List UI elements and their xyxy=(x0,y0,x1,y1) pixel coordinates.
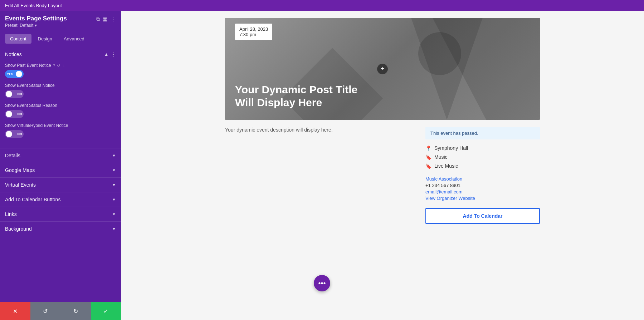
venue-item: 📍 Symphony Hall xyxy=(425,145,540,151)
columns-icon[interactable]: ▦ xyxy=(103,16,107,22)
background-chevron: ▼ xyxy=(112,227,116,231)
event-body: Your dynamic event description will disp… xyxy=(225,127,540,224)
sidebar-tabs: Content Design Advanced xyxy=(0,34,121,44)
notices-more-icon[interactable]: ⋮ xyxy=(111,51,116,57)
fab-icon: ••• xyxy=(318,279,326,287)
notices-title: Notices xyxy=(5,51,22,57)
organizer-website[interactable]: View Organizer Website xyxy=(425,196,540,201)
sidebar-header: Events Page Settings ⧉ ▦ ⋮ Preset: Defau… xyxy=(0,11,121,31)
add-to-calendar-chevron: ▼ xyxy=(112,197,116,202)
notices-section-header[interactable]: Notices ▲ ⋮ xyxy=(0,49,121,60)
add-section-button[interactable]: + xyxy=(377,63,388,75)
past-notice-label: Show Past Event Notice ? ↺ ⋮ xyxy=(5,63,116,68)
virtual-events-chevron: ▼ xyxy=(112,183,116,187)
event-title: Your Dynamic Post Title Will Display Her… xyxy=(235,83,378,109)
undo-button[interactable]: ↺ xyxy=(30,302,61,320)
google-maps-section[interactable]: Google Maps ▼ xyxy=(0,163,121,177)
links-chevron: ▼ xyxy=(112,212,116,216)
save-button[interactable]: ✓ xyxy=(91,302,121,320)
organizer-phone: +1 234 567 8901 xyxy=(425,183,540,188)
virtual-notice-label: Show Virtual/Hybrid Event Notice xyxy=(5,123,116,128)
meta-list: 📍 Symphony Hall 🔖 Music 🔖 Live Music xyxy=(425,145,540,169)
event-description: Your dynamic event description will disp… xyxy=(225,127,415,224)
status-notice-toggle[interactable]: NO xyxy=(5,90,24,98)
details-title: Details xyxy=(5,153,20,158)
bottom-toolbar: ✕ ↺ ↻ ✓ xyxy=(0,302,121,320)
past-notice-toggle-row: YES xyxy=(5,70,116,78)
top-bar-title: Edit All Events Body Layout xyxy=(5,3,62,8)
google-maps-title: Google Maps xyxy=(5,167,35,173)
fab-button[interactable]: ••• xyxy=(314,275,330,291)
status-notice-toggle-row: NO xyxy=(5,90,116,98)
category-live-music-item: 🔖 Live Music xyxy=(425,163,540,169)
top-bar: Edit All Events Body Layout xyxy=(0,0,644,11)
past-notice-help-icon[interactable]: ? xyxy=(53,63,55,68)
category-icon-2: 🔖 xyxy=(425,163,431,169)
main-layout: Events Page Settings ⧉ ▦ ⋮ Preset: Defau… xyxy=(0,11,644,320)
venue-name: Symphony Hall xyxy=(434,145,468,151)
tab-advanced[interactable]: Advanced xyxy=(59,34,89,44)
past-notice-more-icon[interactable]: ⋮ xyxy=(62,63,66,68)
sidebar-scroll: Notices ▲ ⋮ Show Past Event Notice ? ↺ ⋮ xyxy=(0,45,121,302)
past-event-notice: This event has passed. xyxy=(425,127,540,139)
past-notice-toggle[interactable]: YES xyxy=(5,70,24,78)
duplicate-icon[interactable]: ⧉ xyxy=(96,16,100,22)
organizer-info: Music Association +1 234 567 8901 email@… xyxy=(425,176,540,201)
category-live-music: Live Music xyxy=(434,163,458,169)
virtual-events-title: Virtual Events xyxy=(5,182,36,188)
redo-button[interactable]: ↻ xyxy=(60,302,91,320)
sidebar: Events Page Settings ⧉ ▦ ⋮ Preset: Defau… xyxy=(0,11,121,320)
past-notice-reset-icon[interactable]: ↺ xyxy=(57,63,60,68)
details-section[interactable]: Details ▼ xyxy=(0,148,121,163)
links-section[interactable]: Links ▼ xyxy=(0,207,121,221)
event-time: 7:30 pm xyxy=(239,32,268,37)
event-date: April 28, 2023 xyxy=(239,26,268,32)
preset-selector[interactable]: Preset: Default ▾ xyxy=(5,23,116,28)
tab-content[interactable]: Content xyxy=(5,34,31,44)
status-reason-label: Show Event Status Reason xyxy=(5,103,116,108)
sidebar-title: Events Page Settings xyxy=(5,15,67,22)
cancel-button[interactable]: ✕ xyxy=(0,302,30,320)
status-reason-toggle[interactable]: NO xyxy=(5,110,24,118)
category-music-item: 🔖 Music xyxy=(425,154,540,160)
canvas: April 28, 2023 7:30 pm Your Dynamic Post… xyxy=(204,11,561,231)
virtual-notice-toggle[interactable]: NO xyxy=(5,130,24,138)
content-area: April 28, 2023 7:30 pm Your Dynamic Post… xyxy=(121,11,644,320)
google-maps-chevron: ▼ xyxy=(112,168,116,172)
organizer-email[interactable]: email@email.com xyxy=(425,189,540,195)
category-icon-1: 🔖 xyxy=(425,154,431,160)
more-icon[interactable]: ⋮ xyxy=(110,16,116,23)
category-music: Music xyxy=(434,154,448,160)
virtual-notice-toggle-row: NO xyxy=(5,130,116,138)
notices-collapse-icon[interactable]: ▲ xyxy=(104,51,109,57)
background-title: Background xyxy=(5,226,32,232)
background-section[interactable]: Background ▼ xyxy=(0,221,121,236)
event-image: April 28, 2023 7:30 pm Your Dynamic Post… xyxy=(225,18,540,120)
notices-content: Show Past Event Notice ? ↺ ⋮ YES Show Ev… xyxy=(0,60,121,148)
virtual-events-section[interactable]: Virtual Events ▼ xyxy=(0,177,121,192)
event-date-box: April 28, 2023 7:30 pm xyxy=(235,24,272,40)
status-reason-toggle-row: NO xyxy=(5,110,116,118)
location-icon: 📍 xyxy=(425,146,431,151)
organizer-name[interactable]: Music Association xyxy=(425,176,540,182)
add-to-calendar-button[interactable]: Add To Calendar xyxy=(425,208,540,224)
status-notice-label: Show Event Status Notice xyxy=(5,83,116,88)
tab-design[interactable]: Design xyxy=(33,34,57,44)
add-to-calendar-title: Add To Calendar Buttons xyxy=(5,197,60,202)
links-title: Links xyxy=(5,211,17,217)
add-to-calendar-section[interactable]: Add To Calendar Buttons ▼ xyxy=(0,192,121,207)
event-meta-sidebar: This event has passed. 📍 Symphony Hall 🔖… xyxy=(425,127,540,224)
details-chevron: ▼ xyxy=(112,153,116,158)
